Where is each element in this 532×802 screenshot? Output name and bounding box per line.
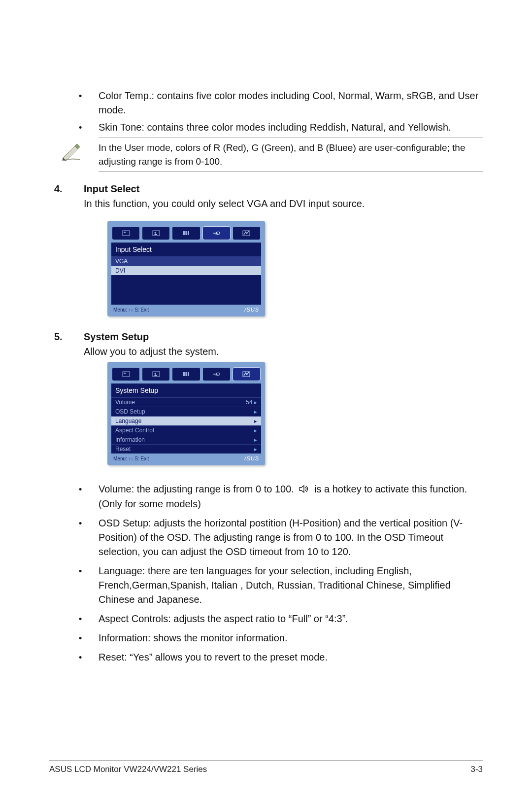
svg-rect-9 bbox=[123, 372, 130, 377]
osd-item: VGA bbox=[111, 256, 261, 266]
bullet-row: • Volume: the adjusting range is from 0 … bbox=[54, 482, 483, 511]
footer-page-number: 3-3 bbox=[470, 765, 483, 774]
svg-rect-4 bbox=[183, 231, 185, 235]
bullet-text: Reset: “Yes” allows you to revert to the… bbox=[99, 650, 483, 664]
bullet-icon: • bbox=[79, 123, 82, 133]
osd-item: OSD Setup ▸ bbox=[111, 407, 261, 416]
osd-item: Reset ▸ bbox=[111, 444, 261, 453]
osd-item-value: 54 bbox=[246, 399, 252, 406]
footer-divider bbox=[49, 760, 483, 761]
bullet-row: • Aspect Controls: adjusts the aspect ra… bbox=[54, 612, 483, 626]
note: In the User mode, colors of R (Red), G (… bbox=[54, 141, 483, 168]
osd-body: Volume 54 ▸ OSD Setup ▸ Language ▸ Aspec… bbox=[111, 397, 261, 453]
section-heading: 5. System Setup bbox=[54, 331, 483, 343]
svg-rect-0 bbox=[123, 231, 130, 236]
osd-tab-image-icon bbox=[142, 368, 169, 381]
osd-tab-color-icon bbox=[172, 368, 200, 381]
bullet-row: • Reset: “Yes” allows you to revert to t… bbox=[54, 650, 483, 664]
osd-tabs bbox=[111, 366, 261, 384]
bullet-icon: • bbox=[79, 614, 82, 624]
osd-tab-splendid-icon bbox=[112, 227, 139, 240]
bullet-icon: • bbox=[79, 519, 82, 528]
pencil-note-icon bbox=[54, 141, 99, 161]
osd-title: System Setup bbox=[111, 384, 261, 397]
bullet-text: Information: shows the monitor informati… bbox=[99, 631, 483, 645]
osd-body: VGA DVI bbox=[111, 256, 261, 305]
bullet-row: • Language: there are ten languages for … bbox=[54, 564, 483, 607]
bullet-row: • Skin Tone: contains three color modes … bbox=[54, 120, 483, 135]
bullet-icon: • bbox=[79, 566, 82, 576]
osd-foot-hint: Menu: ↑↓ S: Exit bbox=[113, 307, 149, 313]
osd-tab-system-icon bbox=[233, 227, 260, 240]
osd-item-label: Information bbox=[115, 436, 145, 443]
document-page: • Color Temp.: contains five color modes… bbox=[0, 0, 532, 802]
bullet-icon: • bbox=[79, 91, 82, 101]
osd-foot-hint: Menu: ↑↓ S: Exit bbox=[113, 456, 149, 461]
osd-item: Language ▸ bbox=[111, 416, 261, 425]
chevron-right-icon: ▸ bbox=[254, 399, 257, 405]
chevron-right-icon: ▸ bbox=[254, 427, 257, 434]
osd-footer: Menu: ↑↓ S: Exit /SUS bbox=[111, 453, 261, 461]
chevron-right-icon: ▸ bbox=[254, 418, 257, 424]
asus-brand: /SUS bbox=[244, 455, 259, 461]
osd-item: DVI bbox=[111, 266, 261, 275]
svg-rect-13 bbox=[183, 372, 185, 376]
bullet-row: • OSD Setup: adjusts the horizontal post… bbox=[54, 516, 483, 559]
osd-item: Aspect Control ▸ bbox=[111, 425, 261, 435]
section-body: Allow you to adjust the system. bbox=[84, 345, 483, 359]
svg-rect-5 bbox=[186, 231, 187, 235]
osd-tabs bbox=[111, 225, 261, 243]
osd-item: Volume 54 ▸ bbox=[111, 397, 261, 407]
svg-rect-15 bbox=[188, 372, 189, 376]
bullet-text: Aspect Controls: adjusts the aspect rati… bbox=[99, 612, 483, 626]
osd-item-label: DVI bbox=[115, 267, 125, 274]
osd-item-label: Language bbox=[115, 418, 141, 424]
section-heading: 4. Input Select bbox=[54, 183, 483, 195]
footer-title: ASUS LCD Monitor VW224/VW221 Series bbox=[49, 765, 207, 774]
asus-brand: /SUS bbox=[244, 307, 259, 313]
osd-tab-system-icon bbox=[233, 368, 260, 381]
note-text: In the User mode, colors of R (Red), G (… bbox=[99, 141, 483, 168]
bullet-text: Color Temp.: contains five color modes i… bbox=[99, 89, 483, 117]
bullet-row: • Information: shows the monitor informa… bbox=[54, 631, 483, 645]
osd-tab-color-icon bbox=[172, 227, 200, 240]
osd-item: Information ▸ bbox=[111, 435, 261, 444]
osd-tab-image-icon bbox=[142, 227, 169, 240]
osd-screenshot-system-setup: System Setup Volume 54 ▸ OSD Setup ▸ Lan… bbox=[107, 362, 483, 465]
page-footer: ASUS LCD Monitor VW224/VW221 Series 3-3 bbox=[49, 765, 483, 774]
svg-rect-10 bbox=[124, 373, 126, 374]
chevron-right-icon: ▸ bbox=[254, 409, 257, 415]
svg-rect-14 bbox=[186, 372, 187, 376]
bullet-text: Skin Tone: contains three color modes in… bbox=[99, 120, 483, 135]
bullet-text: Volume: the adjusting range is from 0 to… bbox=[99, 482, 483, 511]
section-body: In this function, you could only select … bbox=[84, 197, 483, 211]
divider bbox=[99, 138, 483, 138]
osd-title: Input Select bbox=[111, 243, 261, 256]
svg-rect-6 bbox=[188, 231, 189, 235]
osd-tab-splendid-icon bbox=[112, 368, 139, 381]
bullet-icon: • bbox=[79, 633, 82, 643]
osd-item-label: VGA bbox=[115, 258, 128, 265]
bullet-icon: • bbox=[79, 485, 82, 494]
osd-screenshot-input-select: Input Select VGA DVI Menu: ↑↓ S: Exit /S… bbox=[107, 221, 483, 316]
osd-item-label: Aspect Control bbox=[115, 427, 154, 434]
osd-item-label: Volume bbox=[115, 399, 135, 406]
chevron-right-icon: ▸ bbox=[254, 437, 257, 443]
section-title: System Setup bbox=[84, 331, 149, 343]
section-number: 5. bbox=[54, 331, 84, 343]
osd-item-label: Reset bbox=[115, 446, 131, 453]
svg-rect-1 bbox=[124, 232, 126, 233]
osd-footer: Menu: ↑↓ S: Exit /SUS bbox=[111, 305, 261, 313]
osd-tab-input-icon bbox=[203, 227, 230, 240]
speaker-icon bbox=[299, 483, 309, 497]
bullet-text: Language: there are ten languages for yo… bbox=[99, 564, 483, 607]
chevron-right-icon: ▸ bbox=[254, 446, 257, 453]
section-number: 4. bbox=[54, 183, 84, 195]
section-title: Input Select bbox=[84, 183, 139, 195]
bullet-text-a: Volume: the adjusting range is from 0 to… bbox=[99, 484, 297, 494]
bullet-icon: • bbox=[79, 653, 82, 663]
osd-tab-input-icon bbox=[203, 368, 230, 381]
divider bbox=[99, 171, 483, 172]
bullet-row: • Color Temp.: contains five color modes… bbox=[54, 89, 483, 117]
osd-item-label: OSD Setup bbox=[115, 408, 145, 415]
